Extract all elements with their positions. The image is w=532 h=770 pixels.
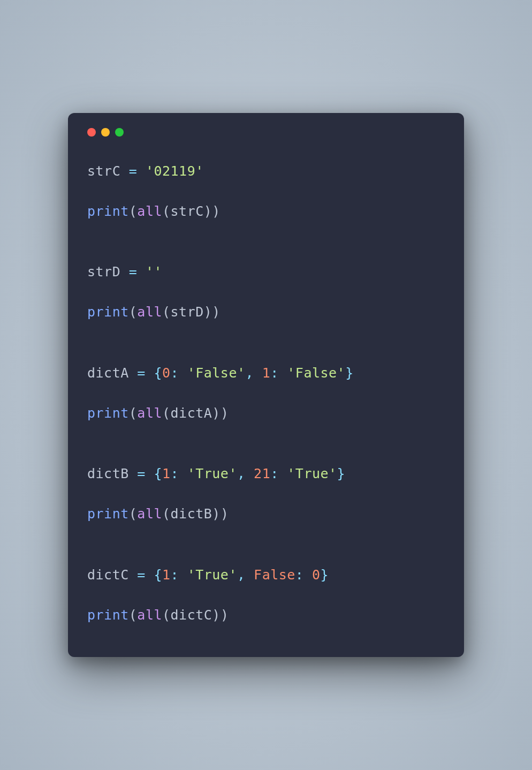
code-token: all: [137, 304, 162, 320]
code-token: :: [171, 466, 187, 481]
code-block: strD = ''print(all(strD)): [87, 262, 445, 322]
code-line: dictC = {1: 'True', False: 0}: [87, 565, 445, 585]
code-token: all: [137, 506, 162, 522]
code-token: 'True': [287, 466, 337, 481]
code-block: dictB = {1: 'True', 21: 'True'}print(all…: [87, 464, 445, 524]
blank-line: [87, 181, 445, 201]
code-token: (: [129, 607, 138, 623]
code-token: ): [212, 607, 221, 623]
code-token: ): [204, 304, 212, 320]
code-token: (: [162, 304, 171, 320]
code-token: strD: [171, 304, 204, 320]
code-token: :: [270, 466, 287, 481]
code-token: (: [129, 506, 138, 522]
code-token: =: [129, 365, 154, 381]
blank-line: [87, 282, 445, 303]
code-token: }: [345, 365, 354, 381]
code-line: print(all(dictB)): [87, 504, 445, 524]
minimize-icon[interactable]: [101, 128, 110, 137]
code-token: False: [254, 567, 295, 583]
code-token: print: [87, 304, 129, 320]
close-icon[interactable]: [87, 128, 96, 137]
code-block: dictC = {1: 'True', False: 0}print(all(d…: [87, 565, 445, 625]
blank-line: [87, 585, 445, 605]
code-token: dictC: [87, 567, 129, 583]
code-token: print: [87, 506, 129, 522]
code-token: {: [154, 567, 162, 583]
code-token: ): [204, 203, 212, 219]
code-line: strC = '02119': [87, 161, 445, 182]
code-token: '': [146, 264, 162, 280]
code-token: ): [221, 405, 229, 421]
code-token: 'False': [287, 365, 345, 381]
code-token: =: [120, 163, 146, 179]
code-line: dictA = {0: 'False', 1: 'False'}: [87, 363, 445, 383]
code-token: 1: [162, 567, 171, 583]
code-token: (: [162, 506, 171, 522]
code-token: ): [212, 506, 221, 522]
code-token: :: [171, 567, 187, 583]
code-token: ,: [237, 466, 254, 481]
code-token: ,: [237, 567, 254, 583]
maximize-icon[interactable]: [115, 128, 124, 137]
code-line: dictB = {1: 'True', 21: 'True'}: [87, 464, 445, 484]
code-token: 21: [254, 466, 270, 481]
code-token: 0: [312, 567, 321, 583]
code-window: strC = '02119'print(all(strC))strD = ''p…: [68, 113, 464, 658]
code-token: =: [129, 466, 154, 481]
code-token: {: [154, 365, 162, 381]
code-token: {: [154, 466, 162, 481]
code-line: print(all(dictA)): [87, 403, 445, 424]
code-token: }: [337, 466, 346, 481]
code-token: =: [129, 567, 154, 583]
code-line: print(all(strC)): [87, 201, 445, 222]
code-token: (: [162, 405, 171, 421]
code-line: strD = '': [87, 262, 445, 282]
blank-line: [87, 484, 445, 504]
code-token: dictB: [171, 506, 212, 522]
code-token: ): [221, 607, 229, 623]
code-token: 'True': [187, 567, 237, 583]
code-block: strC = '02119'print(all(strC)): [87, 161, 445, 222]
code-content: strC = '02119'print(all(strC))strD = ''p…: [87, 161, 445, 625]
code-token: all: [137, 405, 162, 421]
code-token: print: [87, 203, 129, 219]
code-token: (: [129, 405, 138, 421]
code-token: =: [120, 264, 146, 280]
code-token: print: [87, 607, 129, 623]
code-token: ): [212, 203, 221, 219]
code-token: ): [212, 405, 221, 421]
code-token: (: [162, 203, 171, 219]
code-token: strC: [171, 203, 204, 219]
code-token: (: [129, 203, 138, 219]
code-token: :: [295, 567, 312, 583]
code-token: dictC: [171, 607, 212, 623]
code-token: dictB: [87, 466, 129, 481]
window-controls: [87, 128, 445, 137]
code-line: print(all(dictC)): [87, 605, 445, 625]
code-token: all: [137, 607, 162, 623]
code-line: print(all(strD)): [87, 302, 445, 322]
code-block: dictA = {0: 'False', 1: 'False'}print(al…: [87, 363, 445, 424]
code-token: :: [171, 365, 187, 381]
code-token: strD: [87, 264, 120, 280]
blank-line: [87, 383, 445, 403]
code-token: 1: [262, 365, 271, 381]
code-token: 'False': [187, 365, 246, 381]
code-token: (: [162, 607, 171, 623]
code-token: '02119': [146, 163, 204, 179]
code-token: ,: [246, 365, 262, 381]
code-token: :: [270, 365, 287, 381]
code-token: 'True': [187, 466, 237, 481]
code-token: strC: [87, 163, 120, 179]
code-token: 1: [162, 466, 171, 481]
code-token: ): [221, 506, 229, 522]
code-token: all: [137, 203, 162, 219]
code-token: (: [129, 304, 138, 320]
code-token: print: [87, 405, 129, 421]
code-token: dictA: [87, 365, 129, 381]
code-token: 0: [162, 365, 171, 381]
code-token: ): [212, 304, 221, 320]
code-token: }: [321, 567, 329, 583]
code-token: dictA: [171, 405, 212, 421]
